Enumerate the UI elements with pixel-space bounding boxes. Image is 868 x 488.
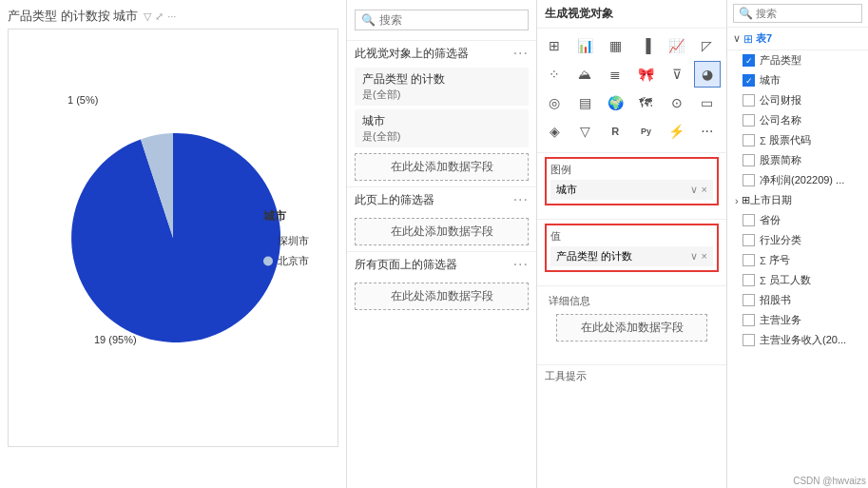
value-field-value: 产品类型 的计数 ∨ × [550, 246, 713, 266]
value-label: 值 [550, 229, 713, 244]
field-checkbox-company-name[interactable] [743, 114, 755, 127]
product-type-filter[interactable]: 产品类型 的计数 是(全部) [355, 68, 529, 106]
table-name: 表7 [756, 31, 772, 46]
field-checkbox-employees[interactable] [743, 274, 755, 286]
field-checkbox-stock-code[interactable] [743, 134, 755, 146]
field-table-header[interactable]: ∨ ⊞ 表7 [727, 28, 868, 50]
field-item-employees[interactable]: Σ 员工人数 [727, 270, 868, 290]
stacked-bar-viz-icon[interactable]: ▦ [602, 32, 628, 59]
value-chevron-icon[interactable]: ∨ [690, 250, 698, 263]
expand-icon[interactable]: ⤢ [155, 10, 164, 23]
field-checkbox-financial-report[interactable] [743, 94, 755, 107]
treemap-viz-icon[interactable]: ▤ [571, 89, 598, 116]
page-filters-title: 此页上的筛选器 ··· [347, 186, 536, 212]
field-item-seq-no[interactable]: Σ 序号 [727, 250, 868, 270]
field-item-financial-report[interactable]: 公司财报 [727, 90, 868, 110]
field-checkbox-prospectus[interactable] [743, 294, 755, 306]
legend-chevron-icon[interactable]: ∨ [690, 184, 698, 196]
scatter-viz-icon[interactable]: ⁘ [541, 61, 568, 88]
pie-segment-shenzhen[interactable] [71, 133, 280, 342]
search-icon: 🔍 [361, 13, 376, 27]
field-checkbox-main-revenue[interactable] [743, 334, 755, 346]
column-viz-icon[interactable]: ▐ [632, 32, 659, 59]
slicer-viz-icon[interactable]: ▽ [571, 118, 598, 145]
chart-panel: 产品类型 的计数按 城市 ▽ ⤢ ··· 1 (5%) 19 (95%) 城市 … [0, 0, 347, 488]
field-checkbox-city[interactable] [743, 74, 755, 87]
all-add-data-btn[interactable]: 在此处添加数据字段 [355, 283, 529, 310]
viz-header: 生成视觉对象 [537, 0, 726, 29]
city-filter-value: 是(全部) [362, 129, 521, 144]
visual-filters-dots[interactable]: ··· [513, 45, 529, 62]
r-viz-icon[interactable]: R [602, 118, 628, 145]
field-checkbox-main-business[interactable] [743, 314, 755, 326]
field-item-product-type[interactable]: 产品类型 [727, 50, 868, 70]
field-item-prospectus[interactable]: 招股书 [727, 290, 868, 310]
field-checkbox-seq-no[interactable] [743, 254, 755, 266]
pie-label-large: 19 (95%) [94, 334, 137, 345]
field-label-prospectus: 招股书 [760, 293, 791, 307]
waterfall-viz-icon[interactable]: ≣ [602, 61, 628, 88]
pie-viz-icon[interactable]: ◕ [694, 61, 721, 88]
value-field-text: 产品类型 的计数 [556, 249, 632, 264]
visual-add-data-btn[interactable]: 在此处添加数据字段 [355, 153, 529, 181]
table-viz-icon[interactable]: ⊞ [541, 32, 568, 59]
viz-icons-grid: ⊞ 📊 ▦ ▐ 📈 ◸ ⁘ ⛰ ≣ 🎀 ⊽ ◕ ◎ ▤ 🌍 🗺 ⊙ ▭ ◈ ▽ … [537, 29, 726, 148]
ribbon-viz-icon[interactable]: 🎀 [632, 61, 659, 88]
value-x-icon[interactable]: × [702, 250, 707, 263]
group-label-listing: 上市日期 [750, 193, 792, 207]
line-viz-icon[interactable]: 📈 [664, 32, 690, 59]
field-search-icon: 🔍 [739, 7, 753, 20]
field-checkbox-net-profit[interactable] [743, 174, 755, 186]
field-item-company-name[interactable]: 公司名称 [727, 110, 868, 130]
field-item-stock-abbr[interactable]: 股票简称 [727, 150, 868, 170]
filter-search-input[interactable] [379, 13, 522, 27]
mountain-viz-icon[interactable]: ⛰ [571, 61, 598, 88]
field-checkbox-province[interactable] [743, 214, 755, 226]
kpi-viz-icon[interactable]: ◈ [541, 118, 568, 145]
legend-dot-shenzhen [263, 236, 273, 245]
field-item-main-revenue[interactable]: 主营业务收入(20... [727, 330, 868, 350]
legend-label-shenzhen: 深圳市 [278, 234, 309, 248]
more-viz-icon[interactable]: ··· [694, 118, 721, 145]
page-add-data-btn[interactable]: 在此处添加数据字段 [355, 218, 529, 245]
field-label-city: 城市 [760, 73, 781, 88]
table-grid-icon: ⊞ [743, 32, 753, 46]
all-filters-dots[interactable]: ··· [513, 256, 529, 273]
filter-panel: 🔍 此视觉对象上的筛选器 ··· 产品类型 的计数 是(全部) 城市 是(全部)… [347, 0, 537, 488]
field-checkbox-stock-abbr[interactable] [743, 154, 755, 166]
ai-viz-icon[interactable]: ⚡ [664, 118, 690, 145]
field-item-city[interactable]: 城市 [727, 70, 868, 90]
detail-add-data-btn[interactable]: 在此处添加数据字段 [556, 314, 707, 342]
gauge-viz-icon[interactable]: ⊙ [664, 89, 690, 116]
field-checkbox-industry[interactable] [743, 234, 755, 246]
field-search: 🔍 [727, 0, 868, 28]
field-item-main-business[interactable]: 主营业务 [727, 310, 868, 330]
more-icon[interactable]: ··· [167, 10, 176, 23]
py-viz-icon[interactable]: Py [632, 118, 659, 145]
field-search-box[interactable]: 🔍 [733, 4, 862, 23]
group-icon-listing: ⊞ [742, 194, 750, 206]
field-search-input[interactable] [756, 8, 857, 19]
funnel-viz-icon[interactable]: ⊽ [664, 61, 690, 88]
field-checkbox-product-type[interactable] [743, 54, 755, 67]
map-viz-icon[interactable]: 🌍 [602, 89, 628, 116]
field-group-listing-date[interactable]: › ⊞ 上市日期 [727, 190, 868, 210]
field-item-province[interactable]: 省份 [727, 210, 868, 230]
city-filter[interactable]: 城市 是(全部) [355, 109, 529, 147]
field-item-net-profit[interactable]: 净利润(202209) ... [727, 170, 868, 190]
area-viz-icon[interactable]: ◸ [694, 32, 721, 59]
sigma-icon-stock-code: Σ [760, 135, 766, 146]
donut-viz-icon[interactable]: ◎ [541, 89, 568, 116]
field-item-industry[interactable]: 行业分类 [727, 230, 868, 250]
filter-icon[interactable]: ▽ [144, 10, 151, 23]
card-viz-icon[interactable]: ▭ [694, 89, 721, 116]
field-label-main-revenue: 主营业务收入(20... [760, 333, 846, 347]
filter-search-box[interactable]: 🔍 [355, 10, 529, 30]
bar-chart-viz-icon[interactable]: 📊 [571, 32, 598, 59]
chart-title-text: 产品类型 的计数按 城市 [8, 8, 138, 25]
page-filters-dots[interactable]: ··· [513, 191, 529, 208]
filled-map-viz-icon[interactable]: 🗺 [632, 89, 659, 116]
pie-legend: 城市 深圳市 北京市 [263, 208, 309, 268]
field-item-stock-code[interactable]: Σ 股票代码 [727, 130, 868, 150]
legend-x-icon[interactable]: × [702, 184, 707, 196]
